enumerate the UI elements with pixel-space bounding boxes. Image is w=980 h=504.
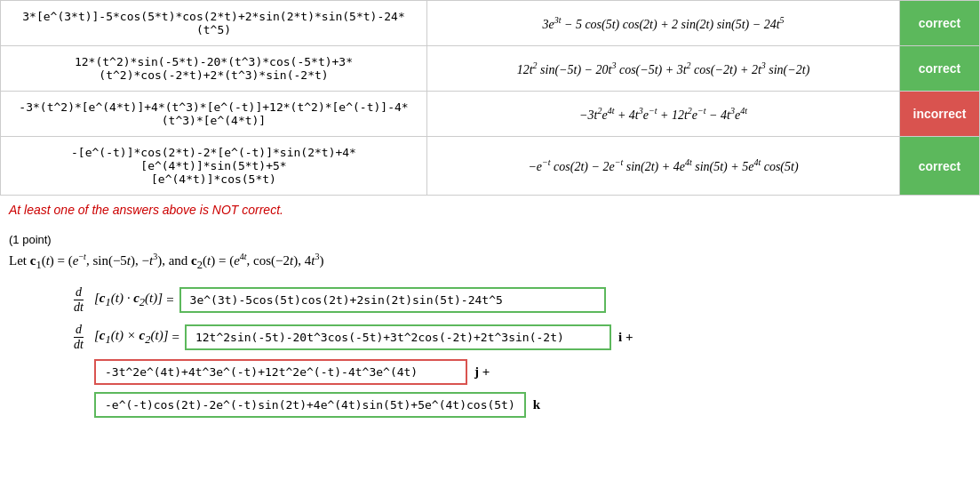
dot-equals: =: [166, 292, 173, 308]
status-badge: incorrect: [900, 92, 980, 137]
rendered-cell: 12t2 sin(−5t) − 20t3 cos(−5t) + 3t2 cos(…: [427, 46, 900, 92]
cross-deriv-numerator: d: [74, 323, 84, 338]
input-cell: 12*(t^2)*sin(-5*t)-20*(t^3)*cos(-5*t)+3*…: [1, 46, 427, 92]
dot-bracket: [c1(t) · c2(t)]: [94, 291, 163, 309]
warning-message: At least one of the answers above is NOT…: [0, 196, 980, 224]
cross-j-row: -3t^2e^(4t)+4t^3e^(-t)+12t^2e^(-t)-4t^3e…: [94, 359, 971, 385]
dot-deriv-numerator: d: [74, 285, 84, 300]
table-row: 3*[e^(3*t)]-5*cos(5*t)*cos(2*t)+2*sin(2*…: [1, 1, 980, 46]
dot-deriv-label: d dt: [9, 284, 89, 315]
cross-k-answer-box[interactable]: -e^(-t)cos(2t)-2e^(-t)sin(2t)+4e^(4t)sin…: [94, 392, 526, 418]
main-container: 3*[e^(3*t)]-5*cos(5*t)*cos(2*t)+2*sin(2*…: [0, 0, 980, 504]
status-badge: correct: [900, 46, 980, 92]
j-label: j +: [474, 364, 490, 380]
problem-section: (1 point) Let c1(t) = (e−t, sin(−5t), −t…: [0, 224, 980, 434]
cross-deriv-denominator: dt: [72, 338, 85, 352]
problem-statement: Let c1(t) = (e−t, sin(−5t), −t3), and c2…: [9, 250, 971, 274]
table-row: -3*(t^2)*[e^(4*t)]+4*(t^3)*[e^(-t)]+12*(…: [1, 92, 980, 137]
cross-deriv-fraction: d dt: [72, 323, 85, 352]
dot-product-row: d dt [c1(t) · c2(t)] = 3e^(3t)-5cos(5t)c…: [9, 284, 971, 315]
dot-deriv-denominator: dt: [72, 300, 85, 315]
cross-i-answer-box[interactable]: 12t^2sin(-5t)-20t^3cos(-5t)+3t^2cos(-2t)…: [185, 324, 611, 350]
table-row: 12*(t^2)*sin(-5*t)-20*(t^3)*cos(-5*t)+3*…: [1, 46, 980, 92]
cross-bracket: [c1(t) × c2(t)]: [94, 328, 169, 347]
status-badge: correct: [900, 1, 980, 46]
results-table: 3*[e^(3*t)]-5*cos(5*t)*cos(2*t)+2*sin(2*…: [0, 0, 980, 196]
cross-equals: =: [172, 330, 179, 345]
i-label: i +: [618, 330, 633, 345]
dot-answer-box[interactable]: 3e^(3t)-5cos(5t)cos(2t)+2sin(2t)sin(5t)-…: [179, 287, 606, 313]
cross-k-row: -e^(-t)cos(2t)-2e^(-t)sin(2t)+4e^(4t)sin…: [94, 392, 971, 418]
cross-product-row: d dt [c1(t) × c2(t)] = 12t^2sin(-5t)-20t…: [9, 322, 971, 352]
cross-deriv-label: d dt: [9, 322, 89, 352]
input-cell: -[e^(-t)]*cos(2*t)-2*[e^(-t)]*sin(2*t)+4…: [1, 137, 427, 196]
rendered-cell: 3e3t − 5 cos(5t) cos(2t) + 2 sin(2t) sin…: [427, 1, 900, 46]
status-badge: correct: [900, 137, 980, 196]
k-label: k: [533, 397, 540, 412]
cross-j-answer-box[interactable]: -3t^2e^(4t)+4t^3e^(-t)+12t^2e^(-t)-4t^3e…: [94, 359, 467, 385]
rendered-cell: −3t2e4t + 4t3e−t + 12t2e−t − 4t3e4t: [427, 92, 900, 137]
dot-deriv-fraction: d dt: [72, 285, 85, 315]
rendered-cell: −e−t cos(2t) − 2e−t sin(2t) + 4e4t sin(5…: [427, 137, 900, 196]
table-row: -[e^(-t)]*cos(2*t)-2*[e^(-t)]*sin(2*t)+4…: [1, 137, 980, 196]
input-cell: 3*[e^(3*t)]-5*cos(5*t)*cos(2*t)+2*sin(2*…: [1, 1, 427, 46]
points-label: (1 point): [9, 233, 971, 246]
input-cell: -3*(t^2)*[e^(4*t)]+4*(t^3)*[e^(-t)]+12*(…: [1, 92, 427, 137]
